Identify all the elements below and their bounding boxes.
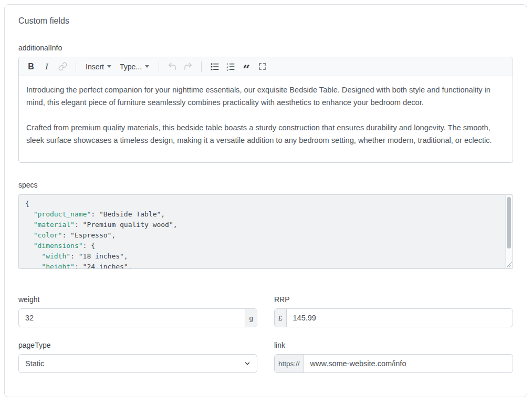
weight-label: weight (18, 295, 257, 304)
link-button[interactable] (56, 60, 69, 74)
bullet-list-button[interactable] (208, 60, 222, 74)
insert-dropdown[interactable]: Insert (82, 60, 114, 74)
container-button[interactable] (255, 60, 269, 74)
numbered-list-icon: 123 (226, 62, 235, 71)
weight-input[interactable] (19, 309, 245, 327)
editor-paragraph: Crafted from premium quality materials, … (26, 121, 505, 147)
type-dropdown[interactable]: Type... (117, 60, 152, 74)
type-dropdown-label: Type... (120, 63, 142, 71)
numbered-list-button[interactable]: 123 (224, 60, 237, 74)
blockquote-icon: “ (243, 61, 250, 72)
scrollbar[interactable] (505, 195, 512, 268)
link-input-group: https:// (274, 354, 513, 373)
container-icon (259, 63, 266, 70)
undo-button[interactable] (165, 60, 179, 74)
specs-code-editor[interactable]: { "product_name": "Bedside Table", "mate… (19, 195, 513, 268)
insert-dropdown-label: Insert (86, 63, 104, 71)
currency-addon: £ (275, 309, 287, 327)
rrp-input-group: £ (274, 308, 513, 327)
rich-text-editor: B I Insert Type... (18, 57, 513, 163)
editor-content[interactable]: Introducing the perfect companion for yo… (19, 76, 513, 162)
scrollbar-thumb[interactable] (507, 197, 511, 248)
editor-paragraph: Introducing the perfect companion for yo… (26, 84, 505, 109)
specs-code-field: { "product_name": "Bedside Table", "mate… (18, 194, 513, 269)
page-title: Custom fields (18, 16, 513, 26)
bold-button[interactable]: B (24, 60, 38, 74)
undo-icon (168, 62, 177, 71)
weight-input-group: g (18, 308, 257, 327)
link-input[interactable] (304, 355, 513, 372)
additional-info-label: additionalInfo (18, 44, 513, 52)
page-type-select[interactable]: Static (18, 354, 257, 373)
rrp-input[interactable] (287, 309, 513, 327)
link-icon (58, 62, 67, 71)
toolbar-divider (76, 61, 76, 72)
specs-label: specs (18, 181, 513, 189)
resize-grip-icon[interactable] (506, 262, 512, 267)
toolbar-divider (159, 61, 159, 72)
blockquote-button[interactable]: “ (239, 60, 253, 74)
redo-button[interactable] (181, 60, 195, 74)
link-label: link (274, 341, 513, 349)
toolbar-divider (201, 61, 202, 72)
redo-icon (183, 62, 193, 71)
page-type-label: pageType (18, 341, 257, 349)
weight-unit-addon: g (245, 309, 257, 327)
chevron-down-icon (145, 65, 149, 68)
editor-toolbar: B I Insert Type... (19, 57, 513, 76)
chevron-down-icon (107, 65, 111, 68)
protocol-addon: https:// (275, 355, 304, 372)
bullet-list-icon (210, 62, 220, 71)
italic-button[interactable]: I (40, 60, 54, 74)
svg-text:3: 3 (227, 68, 228, 71)
page-type-select-wrap: Static (18, 354, 257, 373)
rrp-label: RRP (274, 295, 513, 304)
custom-fields-card: Custom fields additionalInfo B I Insert … (4, 4, 527, 397)
